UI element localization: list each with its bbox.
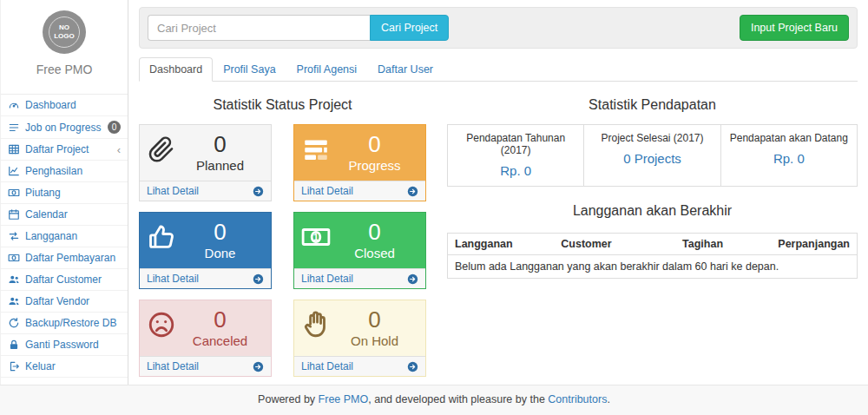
- page-footer: Powered by Free PMO, and developed with …: [0, 385, 868, 415]
- sidebar-item-keluar[interactable]: Keluar: [1, 356, 128, 378]
- sidebar-item-label: Penghasilan: [25, 165, 82, 177]
- status-card-done: 0DoneLihat Detail: [139, 212, 272, 289]
- sidebar-item-job-on-progress[interactable]: Job on Progress0: [1, 116, 128, 139]
- banknote-icon: 1: [301, 222, 331, 252]
- count-badge: 0: [108, 121, 121, 134]
- footer-link-contributors[interactable]: Contributors: [548, 393, 607, 405]
- lihat-detail-link[interactable]: Lihat Detail: [140, 356, 271, 376]
- paperclip-icon: [147, 135, 176, 164]
- stat-value: Rp. 0: [725, 151, 853, 166]
- svg-text:1: 1: [313, 232, 319, 242]
- lihat-detail-link[interactable]: Lihat Detail: [140, 181, 271, 201]
- subscription-empty-row: Belum ada Langganan yang akan berakhir d…: [448, 255, 858, 279]
- status-label: Canceled: [176, 333, 264, 348]
- subscription-table: LanggananCustomerTagihanPerpanjangan Bel…: [447, 233, 858, 279]
- sidebar-item-piutang[interactable]: Piutang: [1, 182, 128, 204]
- list-icon: [8, 122, 20, 134]
- stat-value: 0 Projects: [588, 151, 716, 166]
- stat-project-selesai-2017: Project Selesai (2017)0 Projects: [583, 125, 720, 186]
- sidebar-item-label: Backup/Restore DB: [25, 317, 116, 329]
- sidebar-item-daftar-vendor[interactable]: Daftar Vendor: [1, 291, 128, 313]
- stat-label: Pendapatan akan Datang: [725, 132, 853, 144]
- users-icon: [8, 273, 20, 286]
- lihat-detail-link[interactable]: Lihat Detail: [294, 181, 425, 201]
- column-header-perpanjangan: Perpanjangan: [730, 234, 857, 255]
- sidebar-item-label: Keluar: [25, 360, 56, 372]
- column-header-langganan: Langganan: [448, 234, 555, 255]
- income-column: Statistik Pendapatan Pendapatan Tahunan …: [447, 94, 858, 377]
- sidebar-item-langganan[interactable]: Langganan: [1, 226, 128, 247]
- status-cards: 0PlannedLihat Detail0ProgressLihat Detai…: [139, 124, 426, 377]
- stat-value: Rp. 0: [451, 163, 580, 178]
- status-card-body: 0On Hold: [294, 300, 425, 356]
- status-count: 0: [331, 307, 418, 333]
- column-header-tagihan: Tagihan: [649, 234, 730, 255]
- footer-text-middle: , and developed with pleasure by the: [368, 393, 548, 405]
- sidebar-item-label: Daftar Pembayaran: [25, 252, 115, 264]
- sidebar-item-label: Daftar Project: [25, 143, 89, 155]
- sidebar-item-ganti-password[interactable]: Ganti Password: [1, 334, 128, 356]
- status-card-planned: 0PlannedLihat Detail: [139, 124, 272, 201]
- project-search-group: Cari Project: [148, 15, 449, 41]
- hand-icon: [301, 310, 331, 339]
- status-card-on-hold: 0On HoldLihat Detail: [293, 300, 426, 377]
- status-label: Done: [176, 246, 264, 260]
- sidebar-item-label: Calendar: [25, 208, 68, 221]
- sidebar-item-daftar-project[interactable]: Daftar Project‹: [1, 139, 128, 161]
- subscription-table-header-row: LanggananCustomerTagihanPerpanjangan: [448, 234, 858, 255]
- sidebar-item-daftar-pembayaran[interactable]: Daftar Pembayaran: [1, 247, 128, 269]
- lihat-detail-link[interactable]: Lihat Detail: [294, 356, 425, 376]
- income-stats: Pendapatan Tahunan (2017)Rp. 0Project Se…: [447, 124, 858, 187]
- column-header-customer: Customer: [554, 234, 649, 255]
- search-button[interactable]: Cari Project: [370, 15, 449, 41]
- status-label: On Hold: [331, 333, 418, 348]
- sidebar-item-backup-restore-db[interactable]: Backup/Restore DB: [1, 313, 128, 334]
- sidebar-item-label: Job on Progress: [25, 122, 101, 134]
- exchange-icon: [8, 230, 20, 242]
- sidebar-item-label: Ganti Password: [25, 339, 99, 351]
- footer-link-free-pmo[interactable]: Free PMO: [319, 393, 369, 405]
- search-input[interactable]: [148, 15, 370, 41]
- sidebar: NO LOGO Free PMO DashboardJob on Progres…: [0, 0, 128, 385]
- sidebar-item-dashboard[interactable]: Dashboard: [1, 95, 128, 116]
- status-count: 0: [176, 307, 264, 333]
- arrow-circle-right-icon: [407, 273, 418, 285]
- lihat-detail-link[interactable]: Lihat Detail: [140, 268, 271, 288]
- status-card-canceled: 0CanceledLihat Detail: [139, 300, 272, 377]
- app-shell: NO LOGO Free PMO DashboardJob on Progres…: [0, 0, 868, 385]
- tab-dashboard[interactable]: Dashboard: [139, 57, 213, 82]
- brand-name: Free PMO: [1, 63, 128, 76]
- frown-icon: [147, 310, 176, 339]
- status-label: Closed: [331, 246, 418, 260]
- sidebar-item-daftar-customer[interactable]: Daftar Customer: [1, 269, 128, 291]
- sidebar-item-penghasilan[interactable]: Penghasilan: [1, 161, 128, 182]
- stat-pendapatan-tahunan-2017: Pendapatan Tahunan (2017)Rp. 0: [448, 125, 583, 186]
- sidebar-item-calendar[interactable]: Calendar: [1, 204, 128, 226]
- status-card-body: 0Planned: [140, 125, 271, 181]
- tab-daftar-user[interactable]: Daftar User: [367, 57, 444, 82]
- tab-profil-saya[interactable]: Profil Saya: [213, 57, 286, 82]
- refresh-icon: [8, 317, 20, 329]
- status-label: Planned: [176, 158, 264, 173]
- stat-label: Project Selesai (2017): [588, 132, 716, 144]
- chevron-left-icon: ‹: [117, 144, 121, 155]
- subscription-empty-message: Belum ada Langganan yang akan berakhir d…: [448, 255, 858, 279]
- brand-block: NO LOGO Free PMO: [1, 0, 128, 85]
- sidebar-item-label: Daftar Customer: [25, 273, 102, 286]
- signout-icon: [8, 360, 20, 372]
- status-card-closed: 10ClosedLihat Detail: [293, 212, 426, 289]
- no-logo-text: NO LOGO: [52, 23, 76, 40]
- new-project-button[interactable]: Input Project Baru: [740, 15, 849, 41]
- table-icon: [8, 143, 20, 155]
- lihat-detail-link[interactable]: Lihat Detail: [294, 268, 425, 288]
- dashboard-content: Statistik Status Project 0PlannedLihat D…: [139, 82, 858, 377]
- thumbsup-icon: [147, 222, 176, 252]
- status-count: 0: [176, 132, 264, 157]
- subscription-section-title: Langganan akan Berakhir: [447, 203, 858, 219]
- arrow-circle-right-icon: [407, 186, 418, 197]
- chart-icon: [8, 165, 20, 177]
- status-count: 0: [331, 220, 418, 245]
- status-count: 0: [331, 132, 418, 157]
- tab-profil-agensi[interactable]: Profil Agensi: [286, 57, 367, 82]
- arrow-circle-right-icon: [253, 273, 264, 285]
